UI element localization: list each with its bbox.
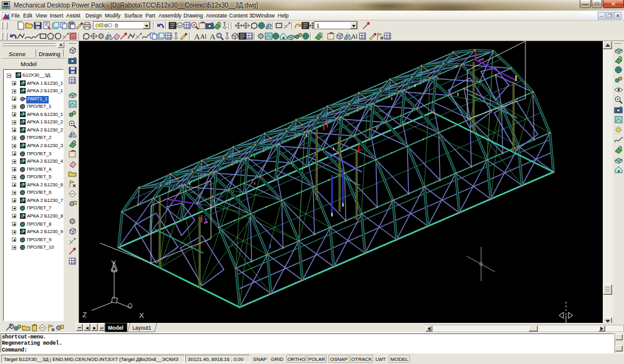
svg-text:Al: Al <box>351 33 358 40</box>
svg-text:Z: Z <box>82 311 87 318</box>
svg-text:X: X <box>139 312 144 319</box>
svg-text:Al: Al <box>200 33 207 40</box>
svg-text:Y: Y <box>111 259 116 267</box>
